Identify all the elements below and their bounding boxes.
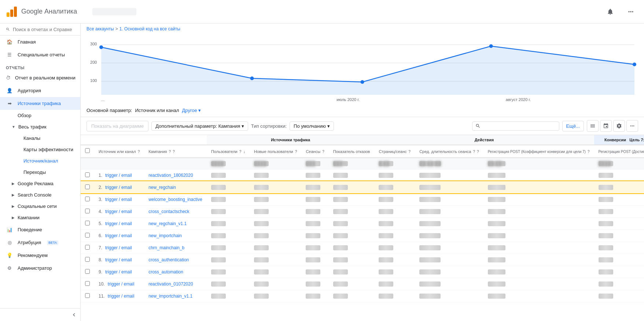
breadcrumb-all-accounts[interactable]: Все аккаунты [87, 26, 114, 31]
cell-source: 7.trigger / email [94, 242, 144, 254]
sidebar-item-home[interactable]: 🏠 Главная [0, 36, 80, 48]
logo: Google Аналитика [6, 6, 87, 18]
data-table-wrapper: Источники трафика Действия Конверсии Цел… [81, 135, 644, 321]
col-help-icon-1[interactable]: ? [138, 149, 140, 154]
sidebar-group-campaigns[interactable]: ▶ Кампании [0, 212, 80, 223]
svg-rect-1 [10, 10, 13, 17]
col-help-icon-9[interactable]: ? [477, 149, 479, 154]
sidebar-item-attribution[interactable]: ◎ Атрибуция BETA [0, 236, 80, 249]
grid-menu-button[interactable] [623, 4, 638, 19]
breadcrumb-account[interactable]: 1. Основной код на все сайты [119, 26, 180, 31]
table-row: 11.trigger / emailnew_importchain_v1.1██… [81, 290, 644, 302]
sidebar-item-audience[interactable]: 👤 Аудитория [0, 84, 80, 97]
sidebar-item-channels[interactable]: Каналы [0, 132, 80, 144]
svg-text:июль 2020 г.: июль 2020 г. [336, 97, 360, 102]
row-checkbox[interactable] [85, 257, 90, 262]
row-checkbox[interactable] [85, 293, 90, 298]
sidebar: 🏠 Главная ☰ Специальные отчеты ОТЧЕТЫ ⏱ … [0, 23, 81, 321]
svg-point-12 [360, 80, 364, 84]
traffic-icon: ➡ [6, 101, 13, 106]
extra-param-dropdown[interactable]: Дополнительный параметр: Кампания ▾ [151, 122, 248, 131]
notifications-button[interactable] [603, 4, 618, 19]
sidebar-item-referrals[interactable]: Переходы [0, 167, 80, 178]
sidebar-group-social[interactable]: ▶ Социальные сети [0, 201, 80, 212]
row-checkbox[interactable] [85, 245, 90, 250]
sidebar-item-realtime[interactable]: ⏱ Отчет в реальном времени [0, 71, 80, 84]
sidebar-item-efficiency[interactable]: Карты эффективности [0, 144, 80, 155]
cell-source: 6.trigger / email [94, 229, 144, 242]
row-checkbox[interactable] [85, 184, 90, 189]
cell-source: 10.trigger / email [94, 278, 144, 290]
col-source-channel: Источник или канал ? [94, 145, 144, 157]
row-checkbox[interactable] [85, 209, 90, 213]
sidebar-item-behavior[interactable]: 📊 Поведение [0, 223, 80, 236]
row-checkbox[interactable] [85, 269, 90, 274]
svg-marker-9 [101, 46, 634, 95]
home-icon: 🏠 [6, 39, 13, 45]
cell-campaign: cross_authentication [144, 254, 207, 266]
total-users: ████ [207, 158, 250, 169]
group-header-actions: Действия [374, 135, 594, 145]
filter-active: Источник или канал [135, 108, 179, 113]
col-help-icon-7[interactable]: ? [409, 149, 411, 154]
table-row: 2.trigger / emailnew_regchain██████████%… [81, 181, 644, 193]
row-checkbox[interactable] [85, 197, 90, 201]
total-conv-rate: ██,██% [483, 158, 594, 169]
top-bar-right [603, 4, 638, 19]
col-campaign: Кампания ? ? [144, 145, 207, 157]
sidebar-group-google-ads[interactable]: ▶ Google Реклама [0, 178, 80, 189]
cell-campaign: chrn_mainchain_b [144, 242, 207, 254]
chart-container: 300 200 100 [87, 34, 638, 104]
sidebar-item-overview[interactable]: Обзор [0, 110, 80, 121]
filter-bar: Основной параметр: Источник или канал Др… [81, 104, 644, 117]
sidebar-item-traffic-sources[interactable]: ➡ Источники трафика [0, 97, 80, 110]
sidebar-item-recommend[interactable]: 💡 Рекомендуем [0, 249, 80, 262]
view-icons [587, 120, 638, 132]
chart-view-button[interactable] [600, 120, 612, 132]
table-view-button[interactable] [587, 120, 599, 132]
cell-campaign: cross_contactscheck [144, 205, 207, 217]
col-help-icon-4[interactable]: ? [239, 149, 242, 154]
total-conv-count: ████ [594, 158, 644, 169]
svg-text:август 2020 г.: август 2020 г. [506, 97, 531, 102]
settings-view-button[interactable] [613, 120, 625, 132]
show-chart-button[interactable]: Показать на диаграмме [87, 121, 148, 131]
sidebar-search-input[interactable] [13, 27, 74, 32]
expand-icon: ▼ [12, 125, 15, 129]
col-users: Пользователи ? ↓ [207, 145, 250, 157]
col-bounce: Показатель отказов [329, 145, 375, 157]
sidebar-group-search-console[interactable]: ▶ Search Console [0, 189, 80, 201]
col-help-icon-2[interactable]: ? [169, 149, 171, 154]
svg-point-13 [489, 44, 493, 48]
cell-campaign: reactivation_01072020 [144, 278, 207, 290]
col-help-icon-6[interactable]: ? [322, 149, 324, 154]
col-help-icon-3[interactable]: ? [173, 149, 175, 154]
total-label [94, 158, 207, 169]
filter-other-link[interactable]: Другое ▾ [182, 108, 201, 113]
row-checkbox[interactable] [85, 221, 90, 225]
sidebar-item-special[interactable]: ☰ Специальные отчеты [0, 48, 80, 61]
sidebar-item-source-channel[interactable]: Источник/канал [0, 155, 80, 167]
sidebar-group-all-traffic[interactable]: ▼ Весь трафик [0, 121, 80, 132]
sidebar-item-admin[interactable]: ⚙ Администратор [0, 262, 80, 275]
table-col-header-row: Источник или канал ? Кампания ? ? Пользо… [81, 145, 644, 157]
row-checkbox[interactable] [85, 281, 90, 286]
sort-dropdown[interactable]: По умолчанию ▾ [290, 122, 334, 131]
table-search-input[interactable] [483, 123, 556, 129]
sidebar-collapse-button[interactable] [0, 308, 80, 321]
col-help-icon-8[interactable]: ? [473, 149, 475, 154]
more-button[interactable]: Ещё... [562, 121, 584, 131]
svg-point-14 [633, 63, 636, 66]
content-area: Все аккаунты > 1. Основной код на все са… [81, 23, 644, 321]
more-options-button[interactable] [626, 120, 638, 132]
table-row: 6.trigger / emailnew_importchain████████… [81, 229, 644, 242]
row-checkbox[interactable] [85, 233, 90, 238]
table-row: 8.trigger / emailcross_authentication███… [81, 254, 644, 266]
col-help-icon-10[interactable]: ? [588, 149, 590, 154]
expand-icon-3: ▶ [12, 193, 15, 197]
select-all-checkbox[interactable] [85, 148, 90, 153]
row-checkbox[interactable] [85, 172, 90, 177]
group-header-conversions[interactable]: Конверсии Цель 7: Регистрация POST ▾ [594, 135, 644, 145]
reports-section-label: ОТЧЕТЫ [0, 61, 80, 71]
col-help-icon-5[interactable]: ? [295, 149, 297, 154]
